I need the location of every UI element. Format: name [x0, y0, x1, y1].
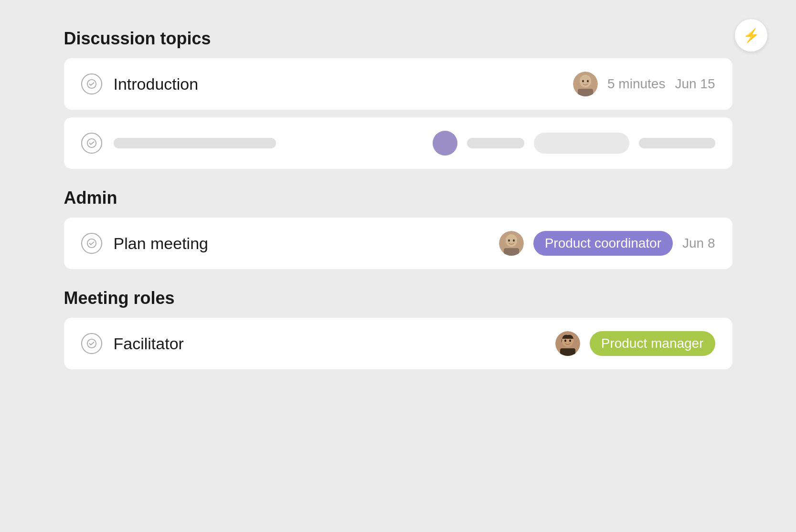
item-skeleton: [64, 117, 732, 169]
svg-rect-3: [578, 89, 593, 96]
card-meta-plan-meeting: Product coordinator Jun 8: [499, 231, 715, 256]
svg-point-13: [508, 240, 510, 242]
svg-point-20: [569, 340, 571, 342]
skeleton-avatar: [433, 131, 457, 156]
badge-product-coordinator: Product coordinator: [533, 231, 673, 256]
section-discussion-topics: Discussion topics Introduction: [64, 29, 732, 169]
badge-product-manager: Product manager: [590, 331, 715, 356]
duration-introduction: 5 minutes: [607, 76, 665, 92]
svg-point-19: [564, 340, 566, 342]
svg-point-5: [582, 80, 584, 83]
section-title-discussion-topics: Discussion topics: [64, 29, 732, 49]
svg-rect-17: [560, 348, 575, 356]
skeleton-date-bar: [639, 138, 715, 148]
svg-point-4: [580, 75, 591, 87]
card-meta-introduction: 5 minutes Jun 15: [573, 72, 715, 96]
skeleton-pill: [534, 133, 629, 154]
card-meta-facilitator: Product manager: [555, 331, 715, 356]
skeleton-duration-bar: [467, 138, 524, 148]
avatar-plan-meeting: [499, 231, 524, 256]
item-title-facilitator: Facilitator: [114, 334, 544, 353]
svg-point-12: [506, 234, 517, 247]
item-introduction: Introduction 5 minutes Jun 15: [64, 58, 732, 110]
section-title-admin: Admin: [64, 188, 732, 208]
date-plan-meeting: Jun 8: [682, 236, 715, 251]
quick-actions-button[interactable]: ⚡: [735, 19, 767, 52]
svg-point-14: [513, 240, 515, 242]
card-meta-skeleton: [433, 131, 715, 156]
section-admin: Admin Plan meeting: [64, 188, 732, 269]
svg-point-6: [587, 80, 589, 83]
avatar-introduction: [573, 72, 598, 96]
lightning-icon: ⚡: [743, 28, 760, 43]
checkmark-skeleton-icon: [86, 138, 97, 148]
checkbox-facilitator[interactable]: [81, 333, 102, 354]
checkbox-skeleton[interactable]: [81, 133, 102, 154]
avatar-facilitator: [555, 331, 580, 356]
svg-rect-11: [504, 248, 519, 256]
checkmark-facilitator-icon: [86, 338, 97, 349]
skeleton-text-bar: [114, 138, 276, 148]
date-introduction: Jun 15: [675, 76, 715, 92]
item-facilitator: Facilitator Product manager: [64, 318, 732, 369]
section-meeting-roles: Meeting roles Facilitator: [64, 288, 732, 369]
checkbox-introduction[interactable]: [81, 73, 102, 94]
item-title-introduction: Introduction: [114, 75, 562, 94]
checkmark-plan-meeting-icon: [86, 238, 97, 249]
checkmark-icon: [86, 79, 97, 89]
item-title-plan-meeting: Plan meeting: [114, 234, 488, 253]
section-title-meeting-roles: Meeting roles: [64, 288, 732, 308]
main-container: Discussion topics Introduction: [64, 29, 732, 377]
item-plan-meeting: Plan meeting Product coordinator Jun 8: [64, 218, 732, 269]
checkbox-plan-meeting[interactable]: [81, 233, 102, 254]
